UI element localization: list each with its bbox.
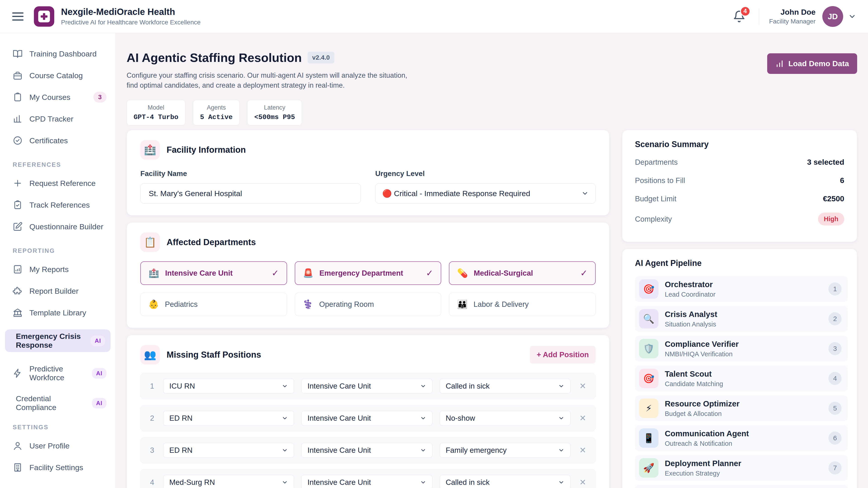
sidebar-item-emergency-crisis-response[interactable]: Emergency Crisis Response AI (5, 329, 111, 352)
sidebar-item-questionnaire-builder[interactable]: Questionnaire Builder (0, 216, 116, 237)
reason-select-2[interactable]: No-show (440, 411, 570, 426)
phone-icon: 📱 (639, 428, 658, 448)
urgency-field-group: Urgency Level 🔴 Critical - Immediate Res… (375, 169, 596, 203)
agent-step-number: 1 (829, 283, 842, 295)
facility-name-input[interactable] (141, 183, 361, 203)
agent-name: Deployment Planner (665, 459, 741, 468)
department-select-3[interactable]: Intensive Care Unit (301, 443, 432, 458)
agent-step-number: 2 (829, 312, 842, 325)
sidebar-item-certificates[interactable]: Certificates (0, 130, 116, 151)
load-demo-data-button[interactable]: Load Demo Data (767, 53, 857, 74)
department-value: Intensive Care Unit (307, 446, 420, 455)
family-icon: 👪 (457, 299, 467, 309)
agent-step-number: 5 (829, 402, 842, 415)
urgency-level-label: Urgency Level (375, 169, 596, 178)
sidebar-item-label: Questionnaire Builder (29, 222, 103, 231)
reason-select-1[interactable]: Called in sick (440, 379, 570, 394)
page-header: AI Agentic Staffing Resolution v2.4.0 Co… (127, 51, 857, 125)
sidebar-item-report-builder[interactable]: Report Builder (0, 280, 116, 302)
agent-talent-scout: 🎯 Talent Scout Candidate Matching 4 (635, 365, 848, 391)
user-role: Facility Manager (769, 18, 815, 25)
reason-select-3[interactable]: Family emergency (440, 443, 570, 458)
summary-label: Positions to Fill (635, 176, 685, 185)
department-option-emergency-department[interactable]: 🚨 Emergency Department ✓ (295, 261, 441, 285)
check-icon: ✓ (272, 268, 279, 278)
remove-position-button[interactable]: ✕ (578, 446, 588, 455)
version-badge: v2.4.0 (308, 52, 334, 64)
sidebar-item-predictive-workforce[interactable]: Predictive Workforce AI (0, 362, 116, 384)
role-select-1[interactable]: ICU RN (163, 379, 294, 394)
facility-name-label: Facility Name (141, 169, 361, 178)
sidebar-item-label: Emergency Crisis Response (16, 332, 88, 350)
agent-crisis-analyst: 🔍 Crisis Analyst Situation Analysis 2 (635, 306, 848, 332)
chevron-down-icon (558, 415, 564, 421)
summary-label: Complexity (635, 215, 672, 223)
role-select-4[interactable]: Med-Surg RN (163, 475, 294, 488)
people-icon: 👥 (141, 345, 160, 364)
baby-icon: 👶 (148, 299, 159, 309)
sidebar-item-cpd-tracker[interactable]: CPD Tracker (0, 108, 116, 130)
notifications-button[interactable]: 4 (733, 10, 745, 23)
department-option-operating-room[interactable]: ⚕️ Operating Room ✓ (295, 293, 441, 316)
urgency-level-select[interactable]: 🔴 Critical - Immediate Response Required (375, 183, 596, 203)
facility-name-field-group: Facility Name (141, 169, 361, 203)
meta-chips: Model GPT-4 Turbo Agents 5 Active Latenc… (127, 100, 414, 125)
bank-icon (13, 308, 23, 318)
department-select-1[interactable]: Intensive Care Unit (301, 379, 432, 394)
sidebar-item-label: Course Catalog (29, 71, 83, 80)
sidebar-item-my-reports[interactable]: My Reports (0, 258, 116, 280)
sidebar-item-training-dashboard[interactable]: Training Dashboard (0, 43, 116, 65)
magnifier-icon: 🔍 (639, 309, 658, 328)
position-row-4: 4 Med-Surg RN Intensive Care Unit Called… (141, 469, 596, 488)
sidebar-item-label: Template Library (29, 308, 86, 317)
book-open-icon (13, 49, 23, 59)
hamburger-menu-icon[interactable] (12, 11, 24, 22)
agent-subtitle: Budget & Allocation (665, 410, 740, 418)
agent-list: 🎯 Orchestrator Lead Coordinator 1 🔍 (635, 276, 848, 488)
sidebar-item-credential-compliance[interactable]: Credential Compliance AI (0, 392, 116, 414)
rocket-icon: 🚀 (639, 458, 658, 478)
department-option-labor-delivery[interactable]: 👪 Labor & Delivery ✓ (449, 293, 596, 316)
chevron-down-icon (420, 479, 426, 486)
role-value: ICU RN (169, 382, 282, 390)
avatar[interactable]: JD (822, 6, 843, 27)
agent-subtitle: Situation Analysis (665, 321, 717, 328)
role-select-3[interactable]: ED RN (163, 443, 294, 458)
remove-position-button[interactable]: ✕ (578, 381, 588, 391)
department-label: Emergency Department (319, 269, 403, 278)
sidebar: Training Dashboard Course Catalog My Cou… (0, 33, 116, 488)
department-select-4[interactable]: Intensive Care Unit (301, 475, 432, 488)
briefcase-icon (13, 70, 23, 80)
remove-position-button[interactable]: ✕ (578, 478, 588, 487)
chevron-down-icon (282, 383, 288, 389)
sidebar-item-template-library[interactable]: Template Library (0, 302, 116, 324)
role-select-2[interactable]: ED RN (163, 411, 294, 426)
load-demo-data-label: Load Demo Data (788, 59, 849, 68)
add-position-button[interactable]: + Add Position (530, 346, 596, 363)
sidebar-item-track-references[interactable]: Track References (0, 194, 116, 216)
user-menu-chevron[interactable] (848, 12, 856, 21)
reason-select-4[interactable]: Called in sick (440, 475, 570, 488)
position-row-1: 1 ICU RN Intensive Care Unit Called in s… (141, 373, 596, 399)
agent-step-number: 6 (829, 431, 842, 445)
page-header-text: AI Agentic Staffing Resolution v2.4.0 Co… (127, 51, 414, 125)
sidebar-item-course-catalog[interactable]: Course Catalog (0, 65, 116, 86)
ai-agent-pipeline-card: AI Agent Pipeline 🎯 Orchestrator Lead Co… (622, 249, 857, 488)
sidebar-item-facility-settings[interactable]: Facility Settings (0, 457, 116, 478)
sidebar-item-label: Request Reference (29, 179, 96, 188)
department-label: Medical-Surgical (474, 269, 533, 278)
sidebar-item-my-courses[interactable]: My Courses 3 (0, 86, 116, 108)
department-option-pediatrics[interactable]: 👶 Pediatrics ✓ (141, 293, 287, 316)
positions-card-title: Missing Staff Positions (166, 350, 261, 360)
chip-label: Model (133, 104, 178, 111)
role-value: Med-Surg RN (169, 478, 282, 487)
department-label: Pediatrics (165, 300, 197, 308)
sidebar-item-request-reference[interactable]: Request Reference (0, 172, 116, 194)
department-option-intensive-care-unit[interactable]: 🏥 Intensive Care Unit ✓ (141, 261, 287, 285)
reason-value: Called in sick (446, 478, 558, 487)
sidebar-item-user-profile[interactable]: User Profile (0, 435, 116, 457)
remove-position-button[interactable]: ✕ (578, 414, 588, 423)
department-select-2[interactable]: Intensive Care Unit (301, 411, 432, 426)
department-option-medical-surgical[interactable]: 💊 Medical-Surgical ✓ (449, 261, 596, 285)
complexity-badge: High (818, 213, 844, 225)
